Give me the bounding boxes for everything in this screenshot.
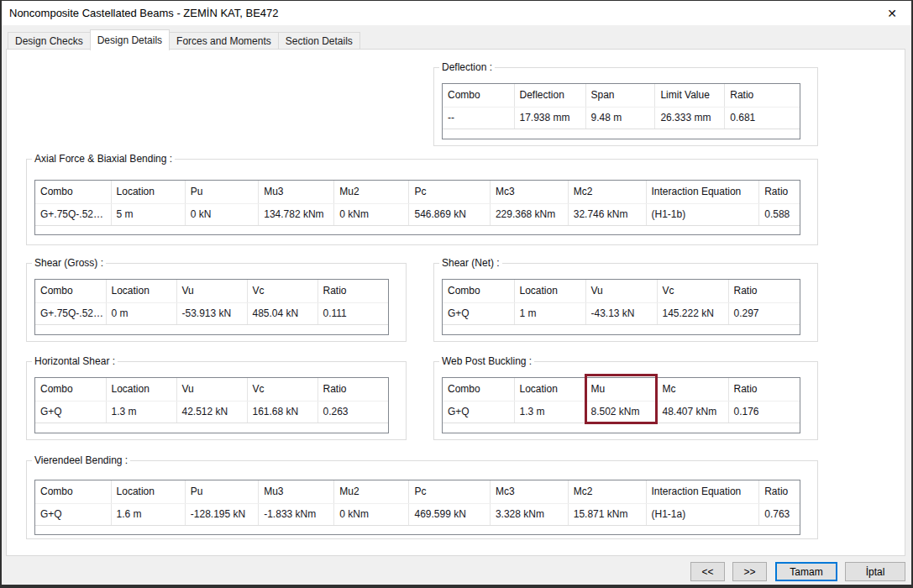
cell: 0 m xyxy=(106,302,176,324)
cell: 1.3 m xyxy=(514,401,585,423)
column-header[interactable]: Location xyxy=(514,378,585,401)
cell: 0 kNm xyxy=(334,203,409,225)
cell: 42.512 kN xyxy=(176,401,247,423)
table-row[interactable]: G+Q 1.6 m -128.195 kN -1.833 kNm 0 kNm 4… xyxy=(35,503,800,525)
column-header[interactable]: Location xyxy=(111,480,185,503)
cell: 0.588 xyxy=(759,203,800,225)
column-header[interactable]: Combo xyxy=(35,480,111,503)
column-header[interactable]: Vc xyxy=(657,280,728,302)
table-row[interactable]: -- 17.938 mm 9.48 m 26.333 mm 0.681 xyxy=(443,107,800,129)
group-vierendeel-bending: Vierendeel Bending : Combo Location Pu M… xyxy=(26,460,818,539)
column-header[interactable]: Ratio xyxy=(759,181,800,203)
group-web-post-label: Web Post Buckling : xyxy=(439,355,534,367)
column-header[interactable]: Combo xyxy=(35,181,111,203)
column-header[interactable]: Ratio xyxy=(725,84,800,107)
column-header[interactable]: Mc3 xyxy=(490,181,568,203)
cell: 3.328 kNm xyxy=(490,503,568,525)
table-row[interactable]: G+.75Q-.525E... 0 m -53.913 kN 485.04 kN… xyxy=(35,302,388,324)
column-header[interactable]: Combo xyxy=(443,280,514,302)
column-header[interactable]: Vu xyxy=(176,378,247,401)
column-header[interactable]: Location xyxy=(111,181,185,203)
column-header[interactable]: Interaction Equation xyxy=(646,480,759,503)
column-header[interactable]: Span xyxy=(585,84,655,107)
tab-design-checks[interactable]: Design Checks xyxy=(8,32,91,50)
cell: 1.6 m xyxy=(111,503,185,525)
column-header[interactable]: Ratio xyxy=(728,378,800,401)
column-header[interactable]: Combo xyxy=(35,378,106,401)
deflection-header-row: Combo Deflection Span Limit Value Ratio xyxy=(443,84,800,107)
column-header[interactable]: Mc2 xyxy=(568,480,646,503)
column-header[interactable]: Location xyxy=(514,280,585,302)
column-header[interactable]: Interaction Equation xyxy=(646,181,759,203)
column-header[interactable]: Mc xyxy=(657,378,728,401)
column-header[interactable]: Ratio xyxy=(728,280,800,302)
column-header[interactable]: Combo xyxy=(35,280,106,302)
column-header[interactable]: Vc xyxy=(247,378,317,401)
cell: 0 kNm xyxy=(334,503,409,525)
cell: 145.222 kN xyxy=(657,302,728,324)
close-icon: ✕ xyxy=(887,7,897,20)
empty-area xyxy=(443,129,800,139)
column-header[interactable]: Mu3 xyxy=(259,480,334,503)
column-header[interactable]: Location xyxy=(106,378,176,401)
cell: -128.195 kN xyxy=(185,503,258,525)
cell: -- xyxy=(443,107,514,129)
table-row[interactable]: G+Q 1 m -43.13 kN 145.222 kN 0.297 xyxy=(443,302,800,324)
column-header[interactable]: Combo xyxy=(443,84,514,107)
cell: 26.333 mm xyxy=(655,107,725,129)
column-header[interactable]: Mu2 xyxy=(334,181,409,203)
cell: 32.746 kNm xyxy=(568,203,646,225)
cell: G+.75Q-.525E... xyxy=(35,302,106,324)
column-header[interactable]: Vc xyxy=(247,280,317,302)
tab-forces-and-moments[interactable]: Forces and Moments xyxy=(169,32,279,50)
column-header[interactable]: Mu2 xyxy=(334,480,409,503)
horizontal-shear-table: Combo Location Vu Vc Ratio G+Q 1.3 m 42.… xyxy=(34,377,389,433)
column-header[interactable]: Deflection xyxy=(514,84,585,107)
cell: 469.599 kN xyxy=(409,503,490,525)
column-header[interactable]: Combo xyxy=(443,378,514,401)
previous-button[interactable]: << xyxy=(690,562,725,581)
table-row[interactable]: G+.75Q-.525Ey... 5 m 0 kN 134.782 kNm 0 … xyxy=(35,203,800,225)
deflection-table: Combo Deflection Span Limit Value Ratio … xyxy=(442,83,800,139)
column-header[interactable]: Location xyxy=(106,280,176,302)
cancel-button[interactable]: İptal xyxy=(845,562,905,581)
cell: 17.938 mm xyxy=(514,107,585,129)
column-header[interactable]: Mu3 xyxy=(259,181,334,203)
column-header[interactable]: Mc2 xyxy=(568,181,646,203)
group-deflection: Deflection : Combo Deflection Span Limit… xyxy=(433,67,818,146)
empty-area xyxy=(443,324,800,334)
cell: 1 m xyxy=(514,302,585,324)
tab-design-details[interactable]: Design Details xyxy=(90,29,170,50)
column-header[interactable]: Pu xyxy=(185,181,258,203)
column-header[interactable]: Ratio xyxy=(759,480,800,503)
cell: 0.263 xyxy=(317,401,388,423)
cell-mu-value: 8.502 kNm xyxy=(585,401,657,423)
cell: 229.368 kNm xyxy=(490,203,568,225)
next-button[interactable]: >> xyxy=(732,562,767,581)
group-axial-label: Axial Force & Biaxial Bending : xyxy=(32,153,175,165)
ok-button[interactable]: Tamam xyxy=(775,562,837,581)
column-header[interactable]: Pu xyxy=(185,480,258,503)
column-header[interactable]: Vu xyxy=(585,280,657,302)
column-header[interactable]: Ratio xyxy=(317,378,388,401)
tab-section-details[interactable]: Section Details xyxy=(278,32,360,50)
title-bar: Noncomposite Castellated Beams - ZEMİN K… xyxy=(2,1,911,25)
close-button[interactable]: ✕ xyxy=(873,1,911,25)
cell: 0.763 xyxy=(759,503,800,525)
cell: 161.68 kN xyxy=(247,401,317,423)
column-header[interactable]: Pc xyxy=(409,181,490,203)
table-row[interactable]: G+Q 1.3 m 8.502 kNm 48.407 kNm 0.176 xyxy=(443,401,800,423)
table-row[interactable]: G+Q 1.3 m 42.512 kN 161.68 kN 0.263 xyxy=(35,401,388,423)
column-header[interactable]: Pc xyxy=(409,480,490,503)
column-header[interactable]: Ratio xyxy=(317,280,388,302)
group-deflection-label: Deflection : xyxy=(439,61,495,73)
group-vierendeel-label: Vierendeel Bending : xyxy=(32,454,130,466)
column-header-mu[interactable]: Mu xyxy=(585,378,657,401)
column-header[interactable]: Limit Value xyxy=(655,84,725,107)
column-header[interactable]: Mc3 xyxy=(490,480,568,503)
cell: 5 m xyxy=(111,203,185,225)
axial-force-table: Combo Location Pu Mu3 Mu2 Pc Mc3 Mc2 Int… xyxy=(34,180,800,235)
tab-strip: Design Checks Design Details Forces and … xyxy=(8,32,359,50)
cell: 546.869 kN xyxy=(409,203,490,225)
column-header[interactable]: Vu xyxy=(176,280,247,302)
